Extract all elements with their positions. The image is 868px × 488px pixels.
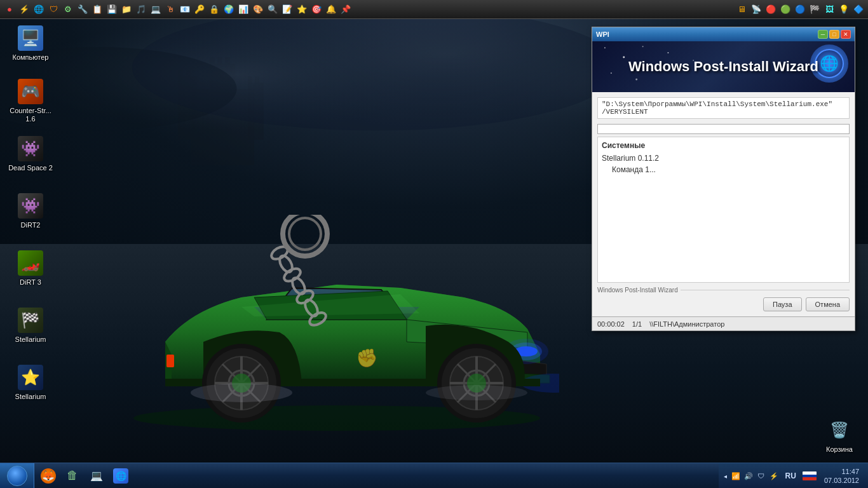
cancel-button[interactable]: Отмена <box>806 297 850 311</box>
svg-rect-1 <box>178 76 197 140</box>
tray-expand-arrow[interactable]: ◂ <box>724 473 727 480</box>
toolbar-icon-20[interactable]: 📝 <box>280 3 294 17</box>
toolbar-icon-19[interactable]: 🔍 <box>266 3 280 17</box>
tray-icon-network[interactable]: 📶 <box>731 471 741 481</box>
dirt2-icon: 🏎️ <box>18 250 43 276</box>
browser-icon: 🌐 <box>113 468 128 484</box>
toolbar-icon-10[interactable]: 🎵 <box>134 3 148 17</box>
svg-point-44 <box>289 218 321 250</box>
toolbar-icon-17[interactable]: 📊 <box>236 3 250 17</box>
wpi-footer: Windows Post-Install Wizard <box>592 285 855 295</box>
desktop-icon-stellarium[interactable]: ⭐ Stellarium <box>5 362 56 403</box>
cs16-label: Counter-Str...1.6 <box>10 107 51 123</box>
wpi-command: "D:\System\Программы\WPI\Install\System\… <box>597 97 850 119</box>
dirt3-icon: 🏁 <box>18 308 43 333</box>
taskbar-icons: 🦊 🗑 💻 🌐 <box>34 463 135 489</box>
deadspace-icon: 👾 <box>18 136 43 161</box>
wpi-section-header: Системные <box>602 141 845 150</box>
svg-point-59 <box>635 78 637 80</box>
toolbar-icon-33[interactable]: 🔷 <box>851 3 865 17</box>
start-button[interactable] <box>0 463 34 489</box>
castle-silhouette <box>127 38 318 165</box>
toolbar-icon-32[interactable]: 💡 <box>837 3 851 17</box>
tray-icon-volume[interactable]: 🔊 <box>743 471 754 481</box>
toolbar-icon-2[interactable]: ⚡ <box>17 3 31 17</box>
toolbar-icon-31[interactable]: 🖼 <box>822 3 836 17</box>
clock-time: 11:47 <box>824 467 859 476</box>
wpi-title-text: WPI <box>596 30 609 38</box>
taskbar-browser[interactable]: 🌐 <box>109 464 132 487</box>
language-indicator[interactable]: RU <box>783 471 799 480</box>
toolbar-icon-6[interactable]: 🔧 <box>76 3 90 17</box>
toolbar-icon-13[interactable]: 📧 <box>178 3 192 17</box>
tray-icon-shield[interactable]: 🛡 <box>756 471 766 481</box>
desktop-icon-cs16[interactable]: 🎮 Counter-Str...1.6 <box>5 76 56 126</box>
wpi-user: \\FILTH\Администратор <box>649 320 724 328</box>
toolbar-icon-25[interactable]: 🖥 <box>735 3 749 17</box>
toolbar-icon-27[interactable]: 🔴 <box>764 3 778 17</box>
svg-rect-10 <box>255 76 259 84</box>
close-button[interactable]: ✕ <box>841 30 851 39</box>
tray-icon-power[interactable]: ⚡ <box>769 471 779 481</box>
deadspace2-icon: 👾 <box>18 193 43 219</box>
toolbar-icon-28[interactable]: 🟢 <box>778 3 792 17</box>
toolbar-icon-12[interactable]: 🖱 <box>163 3 177 17</box>
toolbar-icon-21[interactable]: ⭐ <box>295 3 309 17</box>
svg-point-56 <box>667 52 668 53</box>
dirt3-label: Stellarium <box>15 336 46 344</box>
toolbar-icon-3[interactable]: 🌐 <box>32 3 46 17</box>
computer-label: Компьютер <box>13 53 49 62</box>
taskbar-computer[interactable]: 💻 <box>85 464 108 487</box>
firefox-icon: 🦊 <box>41 468 56 484</box>
wpi-progress-count: 1/1 <box>632 320 642 328</box>
maximize-button[interactable]: □ <box>829 30 839 39</box>
toolbar-icon-11[interactable]: 💻 <box>149 3 163 17</box>
toolbar-icon-24[interactable]: 📌 <box>339 3 353 17</box>
recycle-bin[interactable]: 🗑️ Корзина <box>817 415 862 456</box>
toolbar-icon-9[interactable]: 📁 <box>119 3 133 17</box>
toolbar-icon-22[interactable]: 🎯 <box>309 3 323 17</box>
toolbar-icon-1[interactable]: ● <box>3 3 17 17</box>
svg-rect-6 <box>210 57 215 65</box>
toolbar-icon-18[interactable]: 🎨 <box>251 3 265 17</box>
svg-text:✊: ✊ <box>356 348 378 369</box>
russian-flag-icon <box>803 471 817 480</box>
wpi-command-text: "D:\System\Программы\WPI\Install\System\… <box>602 100 832 116</box>
minimize-button[interactable]: ─ <box>818 30 828 39</box>
green-car: ✊ <box>114 215 559 437</box>
recycle-bin-icon: 🗑️ <box>827 417 852 443</box>
toolbar-icon-15[interactable]: 🔒 <box>207 3 221 17</box>
desktop-icon-dirt2[interactable]: 🏎️ DiRT 3 <box>5 248 56 289</box>
computer-icon: 🖥️ <box>18 25 43 51</box>
svg-point-37 <box>277 254 295 274</box>
desktop-icon-computer[interactable]: 🖥️ Компьютер <box>5 23 56 64</box>
toolbar-icon-29[interactable]: 🔵 <box>793 3 807 17</box>
desktop-icon-deadspace[interactable]: 👾 Dead Space 2 <box>5 133 56 175</box>
wpi-status-bar: 00:00:02 1/1 \\FILTH\Администратор <box>592 316 855 330</box>
toolbar-icon-16[interactable]: 🌍 <box>222 3 236 17</box>
wpi-titlebar: WPI ─ □ ✕ <box>592 27 855 41</box>
system-clock[interactable]: 11:47 07.03.2012 <box>820 467 863 485</box>
toolbar-icon-14[interactable]: 🔑 <box>193 3 207 17</box>
taskbar-trash[interactable]: 🗑 <box>61 464 84 487</box>
wpi-item-command: Команда 1... <box>602 164 845 175</box>
toolbar-icon-26[interactable]: 📡 <box>749 3 763 17</box>
svg-point-58 <box>611 72 612 74</box>
desktop-icon-deadspace2[interactable]: 👾 DiRT2 <box>5 191 56 232</box>
wpi-window: WPI ─ □ ✕ Windows <box>592 27 855 331</box>
toolbar-icon-4[interactable]: 🛡 <box>46 3 60 17</box>
toolbar-icon-23[interactable]: 🔔 <box>324 3 338 17</box>
toolbar-icon-5[interactable]: ⚙ <box>61 3 75 17</box>
toolbar-icon-8[interactable]: 💾 <box>105 3 119 17</box>
svg-text:🌐: 🌐 <box>820 54 839 72</box>
deadspace2-label: DiRT2 <box>21 221 41 229</box>
toolbar-icon-7[interactable]: 📋 <box>90 3 104 17</box>
toolbar-icon-30[interactable]: 🏁 <box>808 3 822 17</box>
svg-rect-9 <box>248 76 252 84</box>
pause-button[interactable]: Пауза <box>763 297 802 311</box>
wpi-progress-bar <box>597 124 850 134</box>
dirt2-label: DiRT 3 <box>20 278 41 287</box>
top-toolbar: ● ⚡ 🌐 🛡 ⚙ 🔧 📋 💾 📁 🎵 💻 🖱 📧 🔑 🔒 🌍 📊 🎨 🔍 📝 … <box>0 0 868 19</box>
taskbar-firefox[interactable]: 🦊 <box>37 464 60 487</box>
desktop-icon-dirt3[interactable]: 🏁 Stellarium <box>5 305 56 346</box>
